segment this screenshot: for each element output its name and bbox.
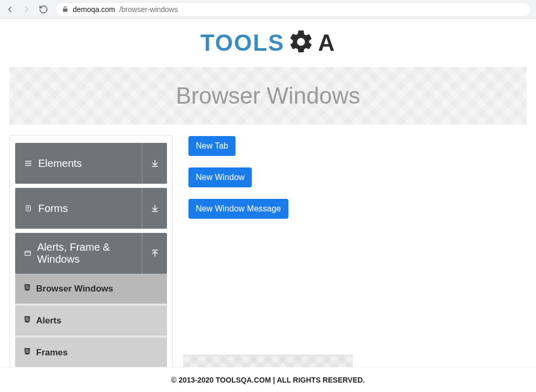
- forward-button[interactable]: [22, 5, 31, 14]
- svg-rect-11: [25, 251, 31, 255]
- new-window-button[interactable]: New Window: [188, 167, 252, 187]
- site-logo[interactable]: TOOLS A: [200, 28, 336, 58]
- footer-text: © 2013-2020 TOOLSQA.COM | ALL RIGHTS RES…: [171, 376, 365, 384]
- new-tab-button[interactable]: New Tab: [188, 136, 236, 156]
- sidebar-item-label: Alerts: [36, 316, 61, 326]
- expand-icon: [142, 188, 167, 229]
- html-icon: [24, 283, 31, 294]
- footer-pattern: [183, 354, 353, 367]
- browser-bar: demoqa.com/browser-windows: [0, 0, 536, 19]
- accordion-label: Elements: [38, 158, 82, 170]
- page-title: Browser Windows: [176, 83, 360, 109]
- sidebar-item-alerts[interactable]: Alerts: [15, 304, 167, 335]
- sidebar-item-browser-windows[interactable]: Browser Windows: [15, 274, 167, 304]
- address-bar[interactable]: demoqa.com/browser-windows: [55, 3, 531, 16]
- sidebar-item-label: Browser Windows: [36, 284, 113, 294]
- menu-icon: [24, 159, 33, 167]
- title-banner: Browser Windows: [9, 67, 527, 125]
- accordion-label: Alerts, Frame & Windows: [37, 241, 133, 265]
- back-button[interactable]: [5, 5, 15, 14]
- accordion-alerts-frame-windows[interactable]: Alerts, Frame & Windows: [15, 233, 167, 274]
- accordion-sublist: Browser Windows Alerts Fra: [15, 274, 167, 367]
- logo-text-a: A: [318, 30, 336, 56]
- lock-icon: [62, 6, 69, 13]
- main-content: New Tab New Window New Window Message: [188, 135, 527, 230]
- accordion-forms[interactable]: Forms: [15, 188, 167, 229]
- expand-icon: [142, 143, 167, 184]
- footer: © 2013-2020 TOOLSQA.COM | ALL RIGHTS RES…: [0, 367, 536, 392]
- sidebar: Elements Forms: [9, 135, 173, 375]
- logo-text-tools: TOOLS: [200, 30, 285, 56]
- reload-button[interactable]: [39, 5, 48, 14]
- footer-wrap: © 2013-2020 TOOLSQA.COM | ALL RIGHTS RES…: [0, 354, 536, 392]
- url-domain: demoqa.com: [73, 5, 115, 14]
- window-icon: [24, 250, 32, 257]
- document-icon: [24, 204, 33, 212]
- gear-icon: [287, 28, 315, 58]
- accordion-label: Forms: [38, 203, 68, 215]
- collapse-icon: [142, 233, 167, 274]
- logo-band: TOOLS A: [0, 19, 536, 67]
- new-window-message-button[interactable]: New Window Message: [188, 199, 288, 219]
- url-path: /browser-windows: [119, 5, 178, 14]
- accordion-elements[interactable]: Elements: [15, 143, 167, 184]
- html-icon: [24, 315, 31, 326]
